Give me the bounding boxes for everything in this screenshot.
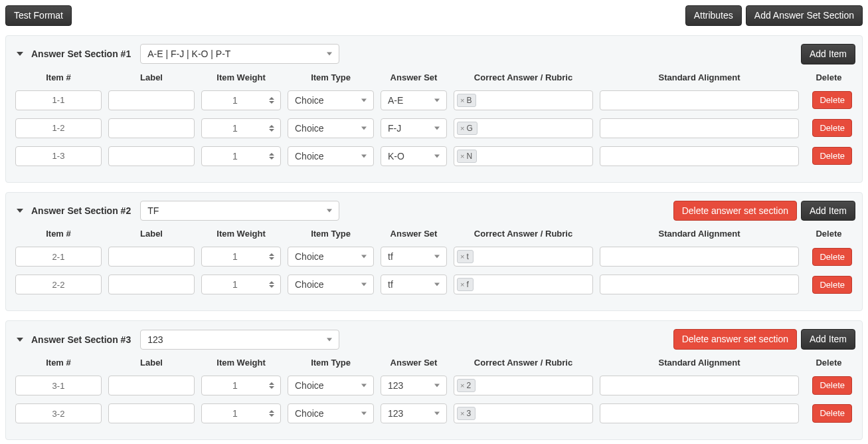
item-type-select[interactable]: Choice	[288, 275, 374, 294]
close-icon[interactable]: ×	[460, 280, 464, 288]
item-weight-stepper[interactable]: 1	[201, 247, 281, 267]
standard-alignment-input[interactable]	[600, 376, 799, 395]
chevron-up-icon[interactable]	[269, 97, 274, 100]
add-answer-set-section-button[interactable]: Add Answer Set Section	[746, 5, 863, 26]
section-answer-set-select[interactable]: 123	[140, 330, 339, 350]
correct-answer-input[interactable]: ×G	[454, 118, 593, 138]
chevron-down-icon	[327, 209, 332, 212]
stepper-arrows[interactable]	[267, 278, 276, 291]
correct-answer-input[interactable]: ×t	[454, 247, 593, 267]
test-format-button[interactable]: Test Format	[5, 5, 72, 26]
chevron-down-icon[interactable]	[269, 257, 274, 260]
stepper-arrows[interactable]	[267, 94, 276, 107]
answer-set-select[interactable]: K-O	[381, 146, 447, 166]
standard-alignment-input[interactable]	[600, 275, 799, 294]
answer-tag[interactable]: ×G	[457, 122, 477, 135]
item-type-select[interactable]: Choice	[288, 376, 374, 395]
standard-alignment-input[interactable]	[600, 403, 799, 423]
label-input[interactable]	[108, 90, 195, 110]
stepper-arrows[interactable]	[267, 379, 276, 392]
correct-answer-input[interactable]: ×f	[454, 275, 593, 294]
correct-answer-input[interactable]: ×B	[454, 90, 593, 110]
chevron-up-icon[interactable]	[269, 153, 274, 156]
chevron-down-icon	[434, 154, 440, 158]
section-answer-set-select[interactable]: A-E | F-J | K-O | P-T	[140, 44, 339, 64]
label-input[interactable]	[108, 247, 195, 267]
label-input[interactable]	[108, 403, 195, 423]
label-input[interactable]	[108, 146, 195, 166]
close-icon[interactable]: ×	[460, 124, 464, 132]
item-weight-stepper[interactable]: 1	[201, 146, 281, 166]
stepper-arrows[interactable]	[267, 150, 276, 163]
stepper-arrows[interactable]	[267, 407, 276, 420]
answer-set-select[interactable]: 123	[381, 403, 447, 423]
close-icon[interactable]: ×	[460, 382, 464, 389]
item-type-select[interactable]: Choice	[288, 403, 374, 423]
attributes-button[interactable]: Attributes	[685, 5, 742, 26]
delete-row-button[interactable]: Delete	[812, 119, 852, 138]
answer-set-select[interactable]: F-J	[381, 118, 447, 138]
item-type-select[interactable]: Choice	[288, 90, 374, 110]
chevron-up-icon[interactable]	[269, 253, 274, 256]
stepper-arrows[interactable]	[267, 250, 276, 263]
answer-tag[interactable]: ×t	[457, 250, 474, 263]
item-weight-stepper[interactable]: 1	[201, 403, 281, 423]
answer-tag[interactable]: ×B	[457, 94, 476, 107]
chevron-up-icon[interactable]	[269, 125, 274, 128]
answer-tag[interactable]: ×3	[457, 407, 476, 420]
delete-row-button[interactable]: Delete	[812, 376, 852, 395]
standard-alignment-input[interactable]	[600, 146, 799, 166]
collapse-toggle-icon[interactable]	[17, 209, 23, 213]
collapse-toggle-icon[interactable]	[17, 338, 23, 342]
correct-answer-input[interactable]: ×N	[454, 146, 593, 166]
delete-answer-set-section-button[interactable]: Delete answer set section	[673, 201, 797, 221]
item-weight-stepper[interactable]: 1	[201, 376, 281, 395]
close-icon[interactable]: ×	[460, 253, 464, 261]
chevron-up-icon[interactable]	[269, 410, 274, 413]
answer-tag[interactable]: ×N	[457, 150, 477, 163]
delete-row-button[interactable]: Delete	[812, 91, 852, 110]
close-icon[interactable]: ×	[460, 152, 464, 160]
correct-answer-input[interactable]: ×3	[454, 403, 593, 423]
delete-row-button[interactable]: Delete	[812, 248, 852, 267]
answer-set-select[interactable]: 123	[381, 376, 447, 395]
answer-set-select[interactable]: tf	[381, 247, 447, 267]
answer-set-select[interactable]: A-E	[381, 90, 447, 110]
stepper-arrows[interactable]	[267, 122, 276, 135]
item-type-select[interactable]: Choice	[288, 118, 374, 138]
chevron-down-icon[interactable]	[269, 386, 274, 389]
close-icon[interactable]: ×	[460, 96, 464, 104]
chevron-down-icon[interactable]	[269, 129, 274, 132]
add-item-button[interactable]: Add Item	[801, 329, 855, 350]
chevron-up-icon[interactable]	[269, 382, 274, 385]
item-type-select[interactable]: Choice	[288, 247, 374, 267]
delete-row-button[interactable]: Delete	[812, 276, 852, 294]
delete-row-button[interactable]: Delete	[812, 404, 852, 423]
add-item-button[interactable]: Add Item	[801, 44, 855, 64]
collapse-toggle-icon[interactable]	[17, 52, 23, 56]
item-type-select[interactable]: Choice	[288, 146, 374, 166]
standard-alignment-input[interactable]	[600, 118, 799, 138]
answer-tag[interactable]: ×f	[457, 278, 474, 291]
correct-answer-input[interactable]: ×2	[454, 376, 593, 395]
chevron-up-icon[interactable]	[269, 281, 274, 284]
section-answer-set-select[interactable]: TF	[140, 201, 339, 221]
answer-set-select[interactable]: tf	[381, 275, 447, 294]
chevron-down-icon[interactable]	[269, 157, 274, 160]
answer-tag[interactable]: ×2	[457, 379, 476, 392]
item-weight-stepper[interactable]: 1	[201, 90, 281, 110]
label-input[interactable]	[108, 376, 195, 395]
chevron-down-icon[interactable]	[269, 285, 274, 288]
delete-answer-set-section-button[interactable]: Delete answer set section	[673, 329, 797, 350]
delete-row-button[interactable]: Delete	[812, 147, 852, 166]
standard-alignment-input[interactable]	[600, 90, 799, 110]
close-icon[interactable]: ×	[460, 409, 464, 417]
item-weight-stepper[interactable]: 1	[201, 118, 281, 138]
label-input[interactable]	[108, 118, 195, 138]
chevron-down-icon[interactable]	[269, 414, 274, 417]
label-input[interactable]	[108, 275, 195, 294]
add-item-button[interactable]: Add Item	[801, 201, 855, 221]
standard-alignment-input[interactable]	[600, 247, 799, 267]
item-weight-stepper[interactable]: 1	[201, 275, 281, 294]
chevron-down-icon[interactable]	[269, 101, 274, 104]
